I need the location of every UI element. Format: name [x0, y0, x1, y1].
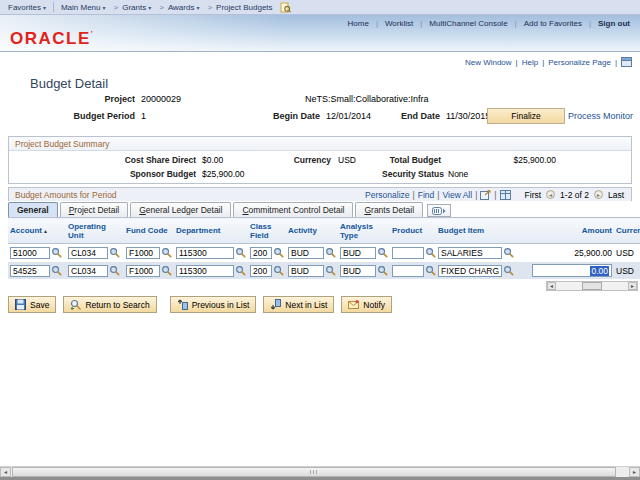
link-separator: |	[437, 190, 439, 200]
nav-add-to-favorites[interactable]: Add to Favorites	[524, 19, 582, 28]
column-header-amount[interactable]: Amount	[516, 218, 614, 244]
last-label[interactable]: Last	[608, 190, 624, 200]
tab-commitment-control-detail[interactable]: Commitment Control Detail	[233, 202, 353, 217]
lookup-icon[interactable]	[503, 265, 514, 276]
page-toolbar: Save Return to Search Previous in List N…	[8, 296, 399, 313]
column-header-class-field[interactable]: Class Field	[248, 218, 286, 244]
analysis-type-input[interactable]	[340, 247, 376, 259]
column-header-operating-unit[interactable]: Operating Unit	[66, 218, 124, 244]
budget-item-input[interactable]	[438, 265, 502, 277]
scroll-right-icon[interactable]: ►	[629, 467, 640, 477]
tab-grants-detail[interactable]: Grants Detail	[355, 202, 423, 217]
column-header-product[interactable]: Product	[390, 218, 436, 244]
first-label[interactable]: First	[525, 190, 542, 200]
lookup-icon[interactable]	[325, 265, 336, 276]
budget-item-input[interactable]	[438, 247, 502, 259]
personalize-page-link[interactable]: Personalize Page	[548, 58, 611, 67]
lookup-icon[interactable]	[161, 265, 172, 276]
column-header-analysis-type[interactable]: Analysis Type	[338, 218, 390, 244]
http-icon[interactable]	[621, 57, 632, 67]
lookup-icon[interactable]	[235, 265, 246, 276]
finalize-button[interactable]: Finalize	[487, 108, 565, 124]
budget-period-value: 1	[141, 111, 146, 121]
lookup-icon[interactable]	[425, 265, 436, 276]
product-input[interactable]	[392, 265, 424, 277]
lookup-icon[interactable]	[109, 265, 120, 276]
lookup-icon[interactable]	[425, 247, 436, 258]
lookup-icon[interactable]	[109, 247, 120, 258]
operating-unit-input[interactable]	[68, 247, 108, 259]
breadcrumb-search-icon[interactable]	[280, 2, 291, 13]
account-input[interactable]	[10, 247, 50, 259]
main-menu[interactable]: Main Menu▾	[61, 3, 106, 12]
column-header-fund-code[interactable]: Fund Code	[124, 218, 174, 244]
fund-code-input[interactable]	[126, 247, 160, 259]
lookup-icon[interactable]	[51, 265, 62, 276]
activity-input[interactable]	[288, 247, 324, 259]
view-all-link[interactable]: View All	[443, 190, 473, 200]
scroll-right-icon[interactable]: ►	[628, 282, 637, 290]
lookup-icon[interactable]	[377, 265, 388, 276]
next-in-list-button[interactable]: Next in List	[263, 296, 334, 313]
lookup-icon[interactable]	[51, 247, 62, 258]
notify-button[interactable]: Notify	[341, 296, 392, 313]
lookup-icon[interactable]	[273, 265, 284, 276]
header-band: Home| Worklist| MultiChannel Console| Ad…	[0, 15, 640, 52]
show-all-columns-icon[interactable]	[427, 204, 451, 217]
project-description: NeTS:Small:Collaborative:Infra	[305, 94, 429, 104]
download-icon[interactable]	[500, 190, 511, 200]
column-header-budget-item[interactable]: Budget Item	[436, 218, 516, 244]
grid-horizontal-scrollbar[interactable]: ◄ ►	[546, 281, 638, 291]
return-to-search-button[interactable]: Return to Search	[63, 296, 156, 313]
tab-general[interactable]: General	[8, 202, 58, 217]
dropdown-arrow-icon: ▾	[103, 5, 106, 11]
previous-row-icon[interactable]: ◄	[546, 190, 555, 199]
product-input[interactable]	[392, 247, 424, 259]
nav-worklist[interactable]: Worklist	[385, 19, 413, 28]
nav-multichannel-console[interactable]: MultiChannel Console	[429, 19, 507, 28]
column-header-department[interactable]: Department	[174, 218, 248, 244]
operating-unit-input[interactable]	[68, 265, 108, 277]
personalize-link[interactable]: Personalize	[365, 190, 409, 200]
nav-home[interactable]: Home	[348, 19, 369, 28]
nav-sign-out[interactable]: Sign out	[598, 19, 630, 28]
class-field-input[interactable]	[250, 247, 272, 259]
next-row-icon[interactable]: ►	[594, 190, 603, 199]
column-header-account[interactable]: Account▲	[8, 218, 66, 244]
activity-input[interactable]	[288, 265, 324, 277]
find-link[interactable]: Find	[418, 190, 435, 200]
breadcrumb-awards[interactable]: Awards▾	[168, 3, 200, 12]
lookup-icon[interactable]	[503, 247, 514, 258]
analysis-type-input[interactable]	[340, 265, 376, 277]
tab-general-ledger-detail[interactable]: General Ledger Detail	[130, 202, 231, 217]
department-input[interactable]	[176, 265, 234, 277]
help-link[interactable]: Help	[522, 58, 538, 67]
lookup-icon[interactable]	[273, 247, 284, 258]
lookup-icon[interactable]	[377, 247, 388, 258]
link-separator: |	[516, 58, 518, 67]
scrollbar-thumb[interactable]	[582, 282, 602, 290]
scrollbar-thumb[interactable]	[12, 467, 616, 477]
tab-project-detail[interactable]: Project Detail	[60, 202, 129, 217]
class-field-input[interactable]	[250, 265, 272, 277]
column-header-currency[interactable]: Currency	[614, 218, 640, 244]
column-header-activity[interactable]: Activity	[286, 218, 338, 244]
account-input[interactable]	[10, 265, 50, 277]
lookup-icon[interactable]	[235, 247, 246, 258]
scroll-left-icon[interactable]: ◄	[0, 467, 11, 477]
lookup-icon[interactable]	[161, 247, 172, 258]
grid-row-2: 0.00 USD	[8, 262, 640, 280]
favorites-menu[interactable]: Favorites▾	[8, 3, 46, 12]
zoom-grid-icon[interactable]	[480, 190, 491, 200]
lookup-icon[interactable]	[325, 247, 336, 258]
new-window-link[interactable]: New Window	[465, 58, 512, 67]
fund-code-input[interactable]	[126, 265, 160, 277]
previous-in-list-button[interactable]: Previous in List	[170, 296, 257, 313]
breadcrumb-grants[interactable]: Grants▾	[122, 3, 151, 12]
department-input[interactable]	[176, 247, 234, 259]
save-button[interactable]: Save	[8, 296, 56, 313]
page-horizontal-scrollbar[interactable]: ◄ ►	[0, 466, 640, 477]
scroll-left-icon[interactable]: ◄	[547, 282, 556, 290]
process-monitor-link[interactable]: Process Monitor	[568, 111, 633, 121]
amount-input-focused[interactable]: 0.00	[532, 264, 612, 277]
